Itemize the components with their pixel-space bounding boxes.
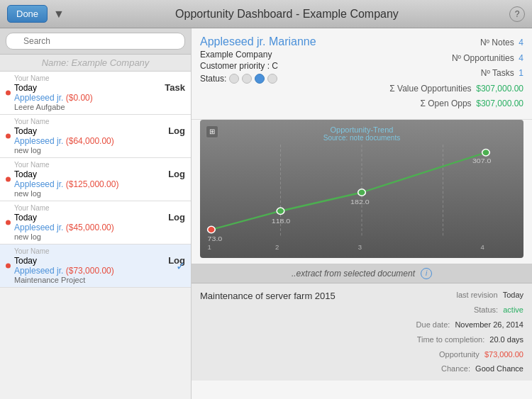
item-meta: Your Name [14, 118, 185, 125]
top-bar: Done ▼ Opportunity Dashboard - Example C… [0, 0, 532, 28]
due-date-row: Due date: November 26, 2014 [416, 317, 523, 332]
chance-row: Chance: Good Chance [416, 361, 523, 376]
status-dot [6, 220, 11, 225]
item-type: Task [165, 82, 185, 93]
chart-svg: 73.0 118.0 182.0 307.0 1 2 3 4 [200, 145, 523, 251]
item-row: Today Log [14, 255, 185, 266]
completion-label: Time to completion: [417, 335, 485, 344]
status-row: Status: [200, 74, 389, 84]
list-item[interactable]: Your Name Today Log Appleseed jr. ($64,0… [0, 115, 191, 158]
svg-text:182.0: 182.0 [350, 198, 370, 206]
detail-header-text: ..extract from selected document [292, 269, 415, 279]
detail-content: Maintenance of server farm 2015 last rev… [192, 283, 532, 381]
status-circle-3 [267, 74, 277, 84]
svg-point-6 [482, 150, 490, 156]
svg-text:4: 4 [481, 245, 484, 251]
contact-company: Example Company [200, 50, 389, 60]
item-desc: Leere Aufgabe [14, 103, 185, 111]
svg-text:118.0: 118.0 [272, 217, 291, 224]
status-dot [6, 264, 11, 269]
item-link[interactable]: Appleseed jr. ($64,000.00) [14, 136, 114, 146]
item-desc: new log [14, 189, 185, 198]
list-item[interactable]: Your Name Today Log Appleseed jr. ($73,0… [0, 245, 191, 288]
due-date-value: November 26, 2014 [455, 320, 523, 329]
opportunity-row: Opportunity $73,000.00 [416, 347, 523, 362]
status-circle-0 [229, 74, 239, 84]
item-link-row: Appleseed jr. ($45,000.00) [14, 223, 185, 232]
notes-stat: Nº Notes 4 [389, 35, 523, 51]
contact-info: Appleseed jr. Marianne Example Company C… [200, 35, 389, 112]
svg-text:1: 1 [208, 245, 211, 251]
item-date: Today [14, 213, 37, 223]
svg-text:307.0: 307.0 [472, 157, 492, 164]
svg-text:2: 2 [275, 245, 279, 251]
detail-left: Maintenance of server farm 2015 [200, 288, 416, 376]
item-row: Today Task [14, 82, 185, 93]
due-date-label: Due date: [416, 320, 450, 329]
item-meta: Your Name [14, 247, 185, 255]
item-date: Today [14, 169, 37, 179]
item-desc: new log [14, 146, 185, 154]
status-dot [6, 91, 11, 96]
chart-subtitle: Source: note documents [200, 134, 523, 142]
stats-info: Nº Notes 4 Nº Opportunities 4 Nº Tasks 1… [389, 35, 523, 112]
chart-area: ⊞ Opportunity-Trend Source: note documen… [200, 120, 523, 258]
filter-icon[interactable]: ▼ [53, 8, 65, 21]
completion-row: Time to completion: 20.0 days [416, 332, 523, 347]
status-detail-value: active [503, 305, 523, 314]
search-wrapper [6, 33, 185, 50]
item-meta: Your Name [14, 161, 185, 169]
group-header: Name: Example Company [0, 55, 191, 72]
checkmark-icon: ✓ [176, 259, 185, 273]
info-icon[interactable]: i [421, 268, 432, 279]
item-row: Today Log [14, 169, 185, 179]
status-circle-1 [242, 74, 252, 84]
chance-label: Chance: [441, 364, 470, 373]
detail-doc-title: Maintenance of server farm 2015 [200, 288, 416, 304]
item-link-row: Appleseed jr. ($125,000.00) [14, 179, 185, 189]
opportunity-value: $73,000.00 [484, 350, 523, 359]
item-date: Today [14, 126, 37, 136]
item-type: Log [168, 169, 185, 179]
last-revision-label: last revision [457, 291, 498, 299]
opps-stat: Nº Opportunities 4 [389, 51, 523, 67]
item-type: Log [168, 212, 185, 223]
item-type: Log [168, 125, 185, 136]
status-circles [229, 74, 277, 84]
last-revision-value: Today [503, 291, 523, 299]
search-bar [0, 28, 191, 55]
item-link[interactable]: Appleseed jr. ($45,000.00) [14, 223, 114, 232]
list-item[interactable]: Your Name Today Task Appleseed jr. ($0.0… [0, 72, 191, 115]
item-link-row: Appleseed jr. ($64,000.00) [14, 136, 185, 146]
svg-point-5 [358, 189, 366, 196]
list-items: Your Name Today Task Appleseed jr. ($0.0… [0, 72, 191, 399]
item-date: Today [14, 83, 37, 93]
chance-value: Good Chance [475, 364, 523, 373]
list-item[interactable]: Your Name Today Log Appleseed jr. ($125,… [0, 158, 191, 201]
status-dot [6, 177, 11, 182]
help-button[interactable]: ? [509, 6, 525, 22]
tasks-stat: Nº Tasks 1 [389, 66, 523, 82]
item-meta: Your Name [14, 204, 185, 212]
svg-point-3 [208, 226, 216, 232]
done-button[interactable]: Done [7, 5, 48, 23]
item-row: Today Log [14, 125, 185, 136]
item-link[interactable]: Appleseed jr. ($0.00) [14, 93, 93, 103]
search-input[interactable] [6, 33, 185, 50]
item-meta: Your Name [14, 74, 185, 82]
contact-header: Appleseed jr. Marianne Example Company C… [192, 28, 532, 120]
status-detail-label: Status: [474, 305, 498, 314]
item-link[interactable]: Appleseed jr. ($125,000.00) [14, 179, 118, 189]
item-date: Today [14, 256, 37, 266]
value-opps-stat: Σ Value Opportunities $307,000.00 [389, 82, 523, 97]
status-circle-2 [255, 74, 265, 84]
item-row: Today Log [14, 212, 185, 223]
svg-text:3: 3 [358, 245, 362, 251]
opportunity-label: Opportunity [439, 350, 480, 359]
list-item[interactable]: Your Name Today Log Appleseed jr. ($45,0… [0, 201, 191, 245]
right-panel: Appleseed jr. Marianne Example Company C… [192, 28, 532, 399]
item-link-row: Appleseed jr. ($0.00) [14, 93, 185, 103]
item-desc: new log [14, 232, 185, 241]
item-link[interactable]: Appleseed jr. ($73,000.00) [14, 266, 114, 276]
item-link-row: Appleseed jr. ($73,000.00) [14, 266, 185, 276]
